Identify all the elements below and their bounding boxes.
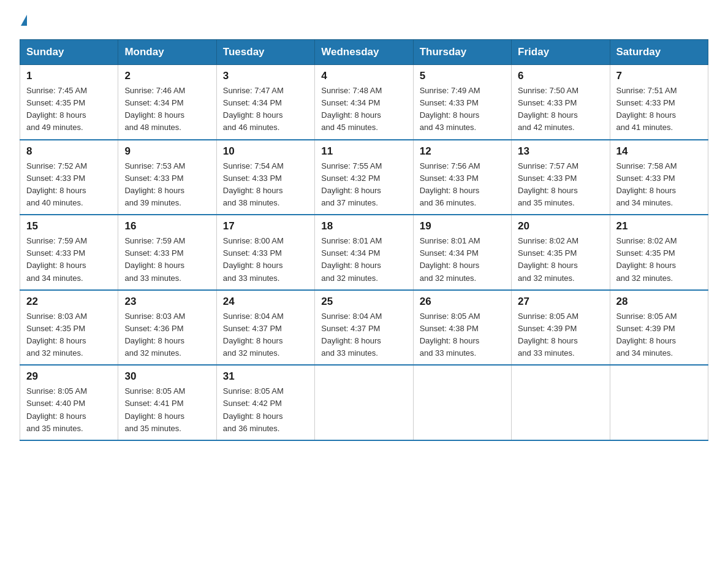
day-info: Sunrise: 8:05 AMSunset: 4:41 PMDaylight:… (124, 385, 210, 435)
calendar-cell: 25Sunrise: 8:04 AMSunset: 4:37 PMDayligh… (315, 290, 413, 366)
day-info: Sunrise: 8:05 AMSunset: 4:40 PMDaylight:… (26, 385, 112, 435)
calendar-cell: 28Sunrise: 8:05 AMSunset: 4:39 PMDayligh… (610, 290, 708, 366)
calendar-cell: 26Sunrise: 8:05 AMSunset: 4:38 PMDayligh… (413, 290, 511, 366)
day-number: 24 (223, 296, 308, 308)
calendar-cell: 15Sunrise: 7:59 AMSunset: 4:33 PMDayligh… (20, 215, 118, 290)
header-friday: Friday (512, 40, 610, 65)
day-number: 7 (616, 70, 702, 82)
day-info: Sunrise: 8:04 AMSunset: 4:37 PMDaylight:… (223, 310, 308, 360)
calendar-cell: 17Sunrise: 8:00 AMSunset: 4:33 PMDayligh… (216, 215, 314, 290)
header-row: SundayMondayTuesdayWednesdayThursdayFrid… (20, 40, 708, 65)
day-info: Sunrise: 8:04 AMSunset: 4:37 PMDaylight:… (321, 310, 406, 360)
day-number: 19 (420, 220, 505, 232)
day-info: Sunrise: 7:53 AMSunset: 4:33 PMDaylight:… (124, 160, 210, 210)
calendar-cell: 19Sunrise: 8:01 AMSunset: 4:34 PMDayligh… (413, 215, 511, 290)
day-number: 2 (124, 70, 210, 82)
day-info: Sunrise: 7:48 AMSunset: 4:34 PMDaylight:… (321, 85, 406, 134)
day-number: 31 (223, 370, 308, 383)
calendar-cell: 2Sunrise: 7:46 AMSunset: 4:34 PMDaylight… (118, 65, 216, 140)
day-info: Sunrise: 7:50 AMSunset: 4:33 PMDaylight:… (518, 85, 603, 134)
calendar-cell: 27Sunrise: 8:05 AMSunset: 4:39 PMDayligh… (512, 290, 610, 366)
calendar-cell: 10Sunrise: 7:54 AMSunset: 4:33 PMDayligh… (216, 140, 314, 215)
day-number: 29 (26, 370, 112, 383)
day-info: Sunrise: 7:52 AMSunset: 4:33 PMDaylight:… (26, 160, 112, 210)
day-info: Sunrise: 7:51 AMSunset: 4:33 PMDaylight:… (616, 85, 702, 134)
calendar-cell: 29Sunrise: 8:05 AMSunset: 4:40 PMDayligh… (20, 365, 118, 440)
day-number: 20 (518, 220, 603, 232)
calendar-cell: 1Sunrise: 7:45 AMSunset: 4:35 PMDaylight… (20, 65, 118, 140)
day-info: Sunrise: 8:01 AMSunset: 4:34 PMDaylight:… (420, 235, 505, 285)
header-saturday: Saturday (610, 40, 708, 65)
calendar-cell: 21Sunrise: 8:02 AMSunset: 4:35 PMDayligh… (610, 215, 708, 290)
header-wednesday: Wednesday (315, 40, 413, 65)
week-row-1: 1Sunrise: 7:45 AMSunset: 4:35 PMDaylight… (20, 65, 708, 140)
day-number: 27 (518, 296, 603, 308)
calendar-cell: 23Sunrise: 8:03 AMSunset: 4:36 PMDayligh… (118, 290, 216, 366)
day-info: Sunrise: 8:05 AMSunset: 4:39 PMDaylight:… (616, 310, 702, 360)
day-number: 25 (321, 296, 406, 308)
day-info: Sunrise: 8:05 AMSunset: 4:42 PMDaylight:… (223, 385, 308, 435)
header-tuesday: Tuesday (216, 40, 314, 65)
day-number: 30 (124, 370, 210, 383)
header-thursday: Thursday (413, 40, 511, 65)
header-sunday: Sunday (20, 40, 118, 65)
calendar-cell: 12Sunrise: 7:56 AMSunset: 4:33 PMDayligh… (413, 140, 511, 215)
calendar-cell: 9Sunrise: 7:53 AMSunset: 4:33 PMDaylight… (118, 140, 216, 215)
day-number: 10 (223, 145, 308, 158)
calendar-cell (315, 365, 413, 440)
day-info: Sunrise: 7:59 AMSunset: 4:33 PMDaylight:… (124, 235, 210, 285)
day-info: Sunrise: 7:46 AMSunset: 4:34 PMDaylight:… (124, 85, 210, 134)
calendar-cell: 13Sunrise: 7:57 AMSunset: 4:33 PMDayligh… (512, 140, 610, 215)
day-number: 26 (420, 296, 505, 308)
calendar-cell: 14Sunrise: 7:58 AMSunset: 4:33 PMDayligh… (610, 140, 708, 215)
day-number: 21 (616, 220, 702, 232)
day-info: Sunrise: 7:57 AMSunset: 4:33 PMDaylight:… (518, 160, 603, 210)
week-row-2: 8Sunrise: 7:52 AMSunset: 4:33 PMDaylight… (20, 140, 708, 215)
calendar-cell: 22Sunrise: 8:03 AMSunset: 4:35 PMDayligh… (20, 290, 118, 366)
calendar-cell: 7Sunrise: 7:51 AMSunset: 4:33 PMDaylight… (610, 65, 708, 140)
calendar-cell: 4Sunrise: 7:48 AMSunset: 4:34 PMDaylight… (315, 65, 413, 140)
day-info: Sunrise: 8:05 AMSunset: 4:38 PMDaylight:… (420, 310, 505, 360)
day-number: 13 (518, 145, 603, 158)
day-number: 1 (26, 70, 112, 82)
day-number: 17 (223, 220, 308, 232)
day-info: Sunrise: 8:01 AMSunset: 4:34 PMDaylight:… (321, 235, 406, 285)
day-info: Sunrise: 7:56 AMSunset: 4:33 PMDaylight:… (420, 160, 505, 210)
day-number: 23 (124, 296, 210, 308)
day-info: Sunrise: 7:45 AMSunset: 4:35 PMDaylight:… (26, 85, 112, 134)
day-info: Sunrise: 8:03 AMSunset: 4:36 PMDaylight:… (124, 310, 210, 360)
day-info: Sunrise: 7:49 AMSunset: 4:33 PMDaylight:… (420, 85, 505, 134)
day-number: 16 (124, 220, 210, 232)
day-info: Sunrise: 7:59 AMSunset: 4:33 PMDaylight:… (26, 235, 112, 285)
day-info: Sunrise: 7:55 AMSunset: 4:32 PMDaylight:… (321, 160, 406, 210)
calendar-cell: 31Sunrise: 8:05 AMSunset: 4:42 PMDayligh… (216, 365, 314, 440)
calendar-cell: 5Sunrise: 7:49 AMSunset: 4:33 PMDaylight… (413, 65, 511, 140)
calendar-cell: 20Sunrise: 8:02 AMSunset: 4:35 PMDayligh… (512, 215, 610, 290)
day-info: Sunrise: 8:05 AMSunset: 4:39 PMDaylight:… (518, 310, 603, 360)
day-number: 15 (26, 220, 112, 232)
day-number: 12 (420, 145, 505, 158)
day-number: 8 (26, 145, 112, 158)
logo (20, 15, 27, 28)
header-monday: Monday (118, 40, 216, 65)
day-info: Sunrise: 8:02 AMSunset: 4:35 PMDaylight:… (616, 235, 702, 285)
calendar-cell: 11Sunrise: 7:55 AMSunset: 4:32 PMDayligh… (315, 140, 413, 215)
day-info: Sunrise: 8:03 AMSunset: 4:35 PMDaylight:… (26, 310, 112, 360)
calendar-cell: 24Sunrise: 8:04 AMSunset: 4:37 PMDayligh… (216, 290, 314, 366)
day-number: 4 (321, 70, 406, 82)
day-info: Sunrise: 7:54 AMSunset: 4:33 PMDaylight:… (223, 160, 308, 210)
calendar-cell (610, 365, 708, 440)
day-info: Sunrise: 7:47 AMSunset: 4:34 PMDaylight:… (223, 85, 308, 134)
week-row-4: 22Sunrise: 8:03 AMSunset: 4:35 PMDayligh… (20, 290, 708, 366)
calendar-cell: 16Sunrise: 7:59 AMSunset: 4:33 PMDayligh… (118, 215, 216, 290)
calendar-cell (413, 365, 511, 440)
logo-triangle-icon (21, 15, 27, 26)
day-number: 22 (26, 296, 112, 308)
calendar-cell: 30Sunrise: 8:05 AMSunset: 4:41 PMDayligh… (118, 365, 216, 440)
calendar-cell: 8Sunrise: 7:52 AMSunset: 4:33 PMDaylight… (20, 140, 118, 215)
day-number: 5 (420, 70, 505, 82)
day-number: 3 (223, 70, 308, 82)
day-number: 18 (321, 220, 406, 232)
day-info: Sunrise: 7:58 AMSunset: 4:33 PMDaylight:… (616, 160, 702, 210)
day-number: 11 (321, 145, 406, 158)
